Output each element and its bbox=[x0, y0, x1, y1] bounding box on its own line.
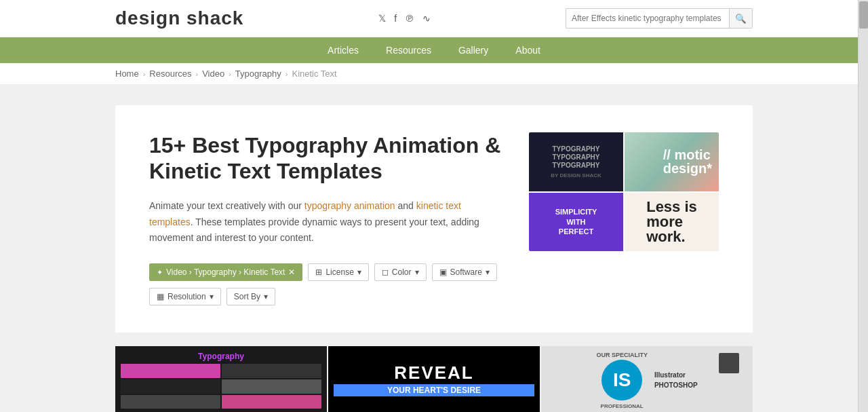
logo-part2: shack bbox=[186, 7, 243, 29]
thumbnail-2[interactable]: REVEAL YOUR HEART'S DESIRE bbox=[328, 346, 540, 412]
scrollbar-thumb[interactable] bbox=[859, 1, 868, 29]
software-icon: ▣ bbox=[439, 267, 447, 277]
nav-gallery[interactable]: Gallery bbox=[445, 37, 502, 63]
content-right: TYPOGRAPHY TYPOGRAPHY TYPOGRAPHY BY DESI… bbox=[529, 132, 719, 305]
active-filter-label: Video › Typography › Kinetic Text bbox=[166, 267, 285, 277]
thumb2-reveal: REVEAL bbox=[394, 364, 473, 381]
hero-typography-text: TYPOGRAPHY TYPOGRAPHY TYPOGRAPHY BY DESI… bbox=[551, 145, 601, 179]
site-logo[interactable]: design shack bbox=[115, 7, 243, 29]
active-filter-btn[interactable]: ✦ Video › Typography › Kinetic Text ✕ bbox=[149, 263, 302, 281]
page-title: 15+ Best Typography Animation & Kinetic … bbox=[149, 132, 502, 185]
thumb1-cell1 bbox=[121, 364, 220, 378]
hero-motion-text: // motic design* bbox=[663, 148, 712, 175]
nav-articles[interactable]: Articles bbox=[314, 37, 372, 63]
thumb1-grid bbox=[121, 364, 321, 409]
software-chevron: ▾ bbox=[486, 267, 490, 277]
color-label: Color bbox=[392, 267, 412, 277]
breadcrumb-video[interactable]: Video bbox=[202, 69, 224, 79]
hero-simplicity-text: SIMPLICITY WITH PERFECT bbox=[555, 207, 597, 236]
software-label: Software bbox=[450, 267, 482, 277]
filters: ✦ Video › Typography › Kinetic Text ✕ ⊞ … bbox=[149, 263, 502, 281]
hero-less-text: Less is more work. bbox=[646, 200, 697, 244]
color-icon: ◻ bbox=[382, 267, 389, 277]
main-content: 15+ Best Typography Animation & Kinetic … bbox=[0, 85, 868, 412]
search-input[interactable] bbox=[566, 11, 729, 26]
twitter-icon[interactable]: 𝕏 bbox=[378, 13, 386, 24]
hero-cell-simplicity: SIMPLICITY WITH PERFECT bbox=[529, 193, 623, 252]
color-filter-btn[interactable]: ◻ Color ▾ bbox=[374, 263, 427, 281]
breadcrumb-typography[interactable]: Typography bbox=[235, 69, 281, 79]
hero-cell-typography: TYPOGRAPHY TYPOGRAPHY TYPOGRAPHY BY DESI… bbox=[529, 132, 623, 191]
pinterest-icon[interactable]: ℗ bbox=[405, 13, 414, 24]
tag-icon: ✦ bbox=[157, 268, 163, 277]
thumb3-left: OUR SPECIALITY IS PROFESSIONAL bbox=[596, 352, 648, 409]
resolution-filter-btn[interactable]: ▦ Resolution ▾ bbox=[149, 288, 221, 305]
social-icons: 𝕏 f ℗ ∿ bbox=[378, 13, 431, 24]
license-icon: ⊞ bbox=[315, 267, 322, 277]
sortby-label: Sort By bbox=[234, 292, 260, 301]
breadcrumb-current: Kinetic Text bbox=[292, 69, 336, 79]
search-bar: 🔍 bbox=[566, 8, 753, 29]
hero-image: TYPOGRAPHY TYPOGRAPHY TYPOGRAPHY BY DESI… bbox=[529, 132, 719, 251]
license-chevron: ▾ bbox=[357, 267, 361, 277]
software-filter-btn[interactable]: ▣ Software ▾ bbox=[432, 263, 497, 281]
secondary-filters: ▦ Resolution ▾ Sort By ▾ bbox=[149, 288, 502, 305]
breadcrumb: Home › Resources › Video › Typography › … bbox=[0, 63, 868, 85]
resolution-chevron: ▾ bbox=[210, 292, 214, 301]
thumb1-label: Typography bbox=[198, 352, 244, 361]
color-chevron: ▾ bbox=[415, 267, 419, 277]
thumb1-cell6 bbox=[222, 395, 321, 409]
page-description: Animate your text creatively with our ty… bbox=[149, 198, 502, 246]
main-nav: Articles Resources Gallery About bbox=[0, 37, 868, 63]
nav-about[interactable]: About bbox=[502, 37, 554, 63]
thumb3-right: Illustrator PHOTOSHOP bbox=[654, 371, 698, 389]
thumb3-illustrator: Illustrator bbox=[654, 371, 698, 379]
breadcrumb-sep2: › bbox=[196, 70, 199, 78]
thumb1-cell2 bbox=[222, 364, 321, 378]
facebook-icon[interactable]: f bbox=[394, 13, 397, 24]
filter-close-icon[interactable]: ✕ bbox=[288, 267, 295, 277]
resolution-icon: ▦ bbox=[157, 292, 164, 301]
header: design shack 𝕏 f ℗ ∿ 🔍 bbox=[0, 0, 868, 37]
thumbnails-row: Typography REVEAL YOUR HEART'S DESIRE OU… bbox=[115, 346, 753, 412]
license-filter-btn[interactable]: ⊞ License ▾ bbox=[308, 263, 368, 281]
hero-cell-less: Less is more work. bbox=[625, 193, 719, 252]
breadcrumb-sep1: › bbox=[143, 70, 146, 78]
sortby-chevron: ▾ bbox=[264, 292, 268, 301]
thumb3-professional: PROFESSIONAL bbox=[596, 403, 648, 409]
breadcrumb-sep4: › bbox=[285, 70, 288, 78]
resolution-label: Resolution bbox=[167, 292, 206, 301]
thumb3-is-circle: IS bbox=[601, 360, 642, 400]
breadcrumb-resources[interactable]: Resources bbox=[149, 69, 191, 79]
nav-resources[interactable]: Resources bbox=[372, 37, 445, 63]
thumb3-photoshop: PHOTOSHOP bbox=[654, 381, 698, 389]
scrollbar[interactable] bbox=[858, 0, 868, 412]
desc-link-typography[interactable]: typography animation bbox=[304, 200, 395, 211]
breadcrumb-sep3: › bbox=[229, 70, 231, 78]
thumb3-is-text: IS bbox=[613, 369, 631, 391]
thumb1-cell4 bbox=[222, 379, 321, 394]
hero-cell-motion: // motic design* bbox=[625, 132, 719, 191]
thumb3-top-text: OUR SPECIALITY bbox=[596, 352, 648, 358]
logo-part1: design bbox=[115, 7, 186, 29]
content-box: 15+ Best Typography Animation & Kinetic … bbox=[115, 105, 753, 333]
thumb2-desire: YOUR HEART'S DESIRE bbox=[334, 384, 534, 396]
thumb1-cell5 bbox=[121, 395, 220, 409]
thumbnail-3[interactable]: OUR SPECIALITY IS PROFESSIONAL Illustrat… bbox=[541, 346, 753, 412]
thumb3-square bbox=[719, 353, 739, 373]
rss-icon[interactable]: ∿ bbox=[422, 13, 431, 24]
thumb1-cell3 bbox=[121, 379, 220, 394]
breadcrumb-home[interactable]: Home bbox=[115, 69, 139, 79]
license-label: License bbox=[326, 267, 353, 277]
sortby-filter-btn[interactable]: Sort By ▾ bbox=[226, 288, 275, 305]
thumbnail-1[interactable]: Typography bbox=[115, 346, 327, 412]
search-button[interactable]: 🔍 bbox=[729, 8, 752, 29]
content-left: 15+ Best Typography Animation & Kinetic … bbox=[149, 132, 502, 305]
